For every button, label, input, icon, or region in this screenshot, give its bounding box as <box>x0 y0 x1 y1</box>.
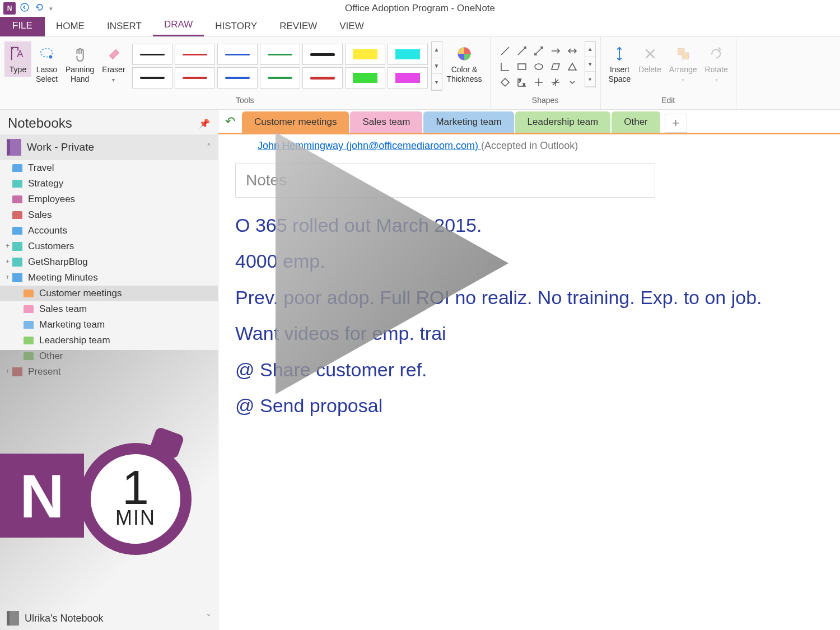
add-section-tab[interactable]: + <box>665 114 687 133</box>
shape-triangle[interactable] <box>564 59 580 74</box>
shape-arrow-right[interactable] <box>548 44 563 58</box>
highlighter-cyan[interactable] <box>388 44 428 65</box>
section-customers[interactable]: Customers <box>0 239 218 254</box>
pen-red-thin[interactable] <box>175 44 215 65</box>
pen-blue-thin[interactable] <box>217 44 258 65</box>
svg-line-6 <box>518 47 526 55</box>
section-tab-sales-team[interactable]: Sales team <box>350 111 422 133</box>
onenote-n-tile: N <box>0 454 84 538</box>
color-thickness-button[interactable]: Color & Thickness <box>444 41 486 86</box>
shape-arrow-both[interactable] <box>564 44 580 58</box>
section-leadership-team[interactable]: Leadership team <box>0 333 218 348</box>
highlighter-green[interactable] <box>345 67 385 88</box>
section-tab-other[interactable]: Other <box>612 111 660 133</box>
shape-parallelogram[interactable] <box>548 59 563 74</box>
section-meeting-minutes[interactable]: Meeting Minutes <box>0 270 218 286</box>
section-marketing-team[interactable]: Marketing team <box>0 317 218 333</box>
section-customer-meetings[interactable]: Customer meetings <box>0 286 218 301</box>
quick-access-toolbar: ▾ <box>20 3 53 14</box>
pen-black-thin[interactable] <box>132 44 172 65</box>
page-content: John Hemmingway (john@officemediaroom.co… <box>218 134 840 432</box>
type-button[interactable]: A Type <box>4 41 31 77</box>
svg-text:A: A <box>17 49 24 59</box>
svg-point-0 <box>21 3 29 11</box>
svg-point-3 <box>49 55 53 59</box>
qat-customize-icon[interactable]: ▾ <box>49 5 53 12</box>
section-present[interactable]: Present <box>0 364 218 380</box>
pen-blue-med[interactable] <box>217 67 258 88</box>
shape-rect[interactable] <box>514 59 530 74</box>
ribbon-tab-review[interactable]: REVIEW <box>268 16 328 36</box>
section-color-icon <box>12 195 22 203</box>
pin-icon[interactable]: 📌 <box>199 118 210 129</box>
gallery-down-icon[interactable]: ▼ <box>432 58 442 74</box>
shapes-up-icon[interactable]: ▲ <box>585 42 595 57</box>
svg-point-11 <box>535 64 543 69</box>
back-icon[interactable] <box>20 3 29 14</box>
insert-space-button[interactable]: Insert Space <box>605 41 634 86</box>
shape-axis-2d[interactable] <box>531 75 547 90</box>
section-tab-marketing-team[interactable]: Marketing team <box>423 111 514 133</box>
shape-axis-3d[interactable] <box>548 75 563 90</box>
title-bar: N ▾ Office Adoption Program - OneNote <box>0 0 840 17</box>
other-notebook-row[interactable]: Ulrika's Notebook ˅ <box>0 606 218 630</box>
lasso-select-button[interactable]: Lasso Select <box>32 41 61 86</box>
notes-container[interactable]: Notes <box>235 163 655 198</box>
shape-axis-xy[interactable]: yx <box>514 75 530 90</box>
attendee-link[interactable]: John Hemmingway (john@officemediaroom.co… <box>258 140 481 151</box>
section-accounts[interactable]: Accounts <box>0 223 218 239</box>
pen-gallery-expand[interactable]: ▲ ▼ ▾ <box>431 41 442 91</box>
ribbon-tab-history[interactable]: HISTORY <box>204 16 268 36</box>
shapes-gallery-expand[interactable]: ▲ ▼ ▾ <box>585 41 596 87</box>
section-color-icon <box>24 321 34 329</box>
shape-more[interactable] <box>564 75 580 90</box>
section-sales[interactable]: Sales <box>0 207 218 223</box>
section-tab-leadership-team[interactable]: Leadership team <box>515 111 611 133</box>
onenote-app-icon: N <box>3 2 16 15</box>
section-getsharpblog[interactable]: GetSharpBlog <box>0 254 218 270</box>
shapes-more-icon[interactable]: ▾ <box>585 72 595 87</box>
gallery-up-icon[interactable]: ▲ <box>432 42 442 58</box>
ribbon-tab-home[interactable]: HOME <box>45 16 96 36</box>
section-sales-team[interactable]: Sales team <box>0 301 218 317</box>
section-employees[interactable]: Employees <box>0 192 218 207</box>
section-color-icon <box>24 290 34 297</box>
gallery-more-icon[interactable]: ▾ <box>432 74 442 90</box>
current-notebook-row[interactable]: Work - Private ˄ <box>0 134 218 160</box>
delete-button: Delete <box>635 41 664 77</box>
pen-black-thick[interactable] <box>302 44 343 65</box>
section-strategy[interactable]: Strategy <box>0 176 218 192</box>
shape-arrow[interactable] <box>514 44 530 58</box>
pen-green-thin[interactable] <box>260 44 300 65</box>
svg-text:x: x <box>523 82 525 86</box>
ribbon-tab-insert[interactable]: INSERT <box>96 16 153 36</box>
ribbon-tab-draw[interactable]: DRAW <box>153 14 204 36</box>
arrange-button: Arrange▾ <box>666 41 701 86</box>
panning-hand-button[interactable]: Panning Hand <box>62 41 97 86</box>
pen-red-med[interactable] <box>175 67 215 88</box>
shape-double-arrow[interactable] <box>531 44 547 58</box>
chevron-up-icon: ˄ <box>207 142 211 153</box>
pen-green-med[interactable] <box>260 67 300 88</box>
section-travel[interactable]: Travel <box>0 160 218 176</box>
pen-gallery <box>130 41 430 91</box>
ribbon-tab-file[interactable]: FILE <box>0 15 45 36</box>
highlighter-yellow[interactable] <box>345 44 385 65</box>
shape-diamond[interactable] <box>497 75 513 90</box>
shape-ellipse[interactable] <box>531 59 547 74</box>
undo-icon[interactable] <box>35 3 44 14</box>
shape-line[interactable] <box>497 44 513 58</box>
nav-back-icon[interactable]: ↶ <box>225 114 235 129</box>
section-other[interactable]: Other <box>0 348 218 364</box>
pen-black-med[interactable] <box>132 67 172 88</box>
rotate-button: Rotate▾ <box>702 41 731 86</box>
section-color-icon <box>12 367 22 376</box>
highlighter-magenta[interactable] <box>388 67 428 88</box>
eraser-button[interactable]: Eraser▾ <box>99 41 128 86</box>
section-tab-customer-meetings[interactable]: Customer meetings <box>242 111 349 133</box>
shapes-down-icon[interactable]: ▼ <box>585 57 595 72</box>
page-area: ↶ Customer meetingsSales teamMarketing t… <box>218 110 840 630</box>
ribbon-tab-view[interactable]: VIEW <box>328 16 375 36</box>
shape-elbow[interactable] <box>497 59 513 74</box>
pen-red-thick[interactable] <box>302 67 343 88</box>
